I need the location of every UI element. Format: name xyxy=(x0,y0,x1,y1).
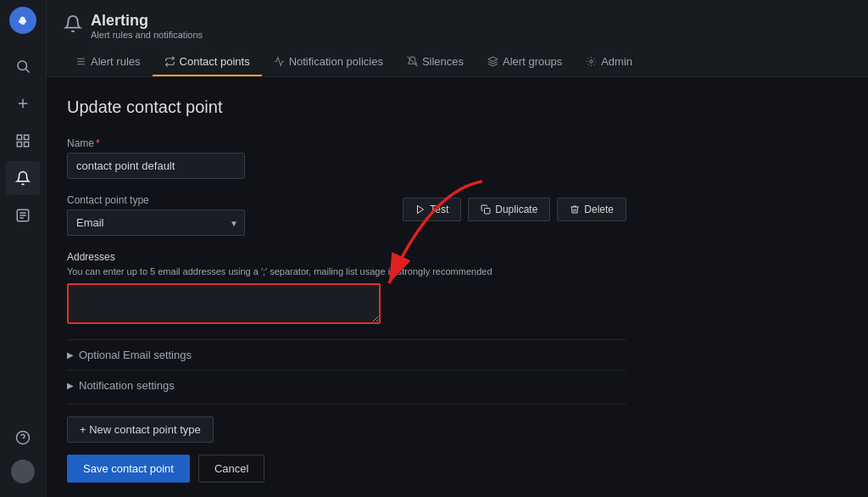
chevron-right-icon-2: ▶ xyxy=(67,381,74,390)
contact-type-group: Contact point type Email PagerDuty Slack… xyxy=(67,194,403,236)
save-contact-point-button[interactable]: Save contact point xyxy=(67,455,190,483)
duplicate-button[interactable]: Duplicate xyxy=(468,198,550,221)
test-button[interactable]: Test xyxy=(403,198,461,221)
tab-contact-points[interactable]: Contact points xyxy=(153,48,262,76)
svg-point-1 xyxy=(18,61,27,70)
svg-rect-5 xyxy=(17,135,21,139)
addresses-label: Addresses xyxy=(67,251,626,263)
contact-type-select[interactable]: Email PagerDuty Slack OpsGenie VictorOps… xyxy=(67,209,245,236)
optional-email-settings-toggle[interactable]: ▶ Optional Email settings xyxy=(67,339,626,370)
tab-admin[interactable]: Admin xyxy=(574,48,644,76)
svg-line-2 xyxy=(25,69,29,72)
page-content: Update contact point Name * Contact poin… xyxy=(47,77,868,497)
footer-buttons: Save contact point Cancel xyxy=(67,455,626,483)
delete-button[interactable]: Delete xyxy=(557,198,626,221)
sidebar-item-reports[interactable] xyxy=(6,198,40,232)
addresses-textarea[interactable] xyxy=(67,283,381,324)
name-input[interactable] xyxy=(67,153,245,179)
svg-marker-21 xyxy=(418,206,424,214)
tab-silences[interactable]: Silences xyxy=(395,48,476,76)
svg-line-18 xyxy=(407,57,417,67)
contact-type-label: Contact point type xyxy=(67,194,403,206)
app-logo[interactable] xyxy=(9,7,36,34)
header-title: Alerting xyxy=(91,12,203,30)
alerting-header-icon xyxy=(64,14,82,37)
sidebar xyxy=(0,0,47,497)
sidebar-item-search[interactable] xyxy=(6,49,40,83)
user-avatar[interactable] xyxy=(11,460,35,483)
svg-rect-8 xyxy=(25,142,29,147)
chevron-right-icon: ▶ xyxy=(67,350,74,360)
copy-icon xyxy=(481,204,491,215)
addresses-group: Addresses You can enter up to 5 email ad… xyxy=(67,251,626,324)
nav-tabs: Alert rules Contact points Notification … xyxy=(64,48,851,76)
name-group: Name * xyxy=(67,137,626,179)
svg-rect-22 xyxy=(485,209,491,215)
svg-rect-6 xyxy=(25,135,29,139)
svg-rect-7 xyxy=(17,142,21,147)
tab-alert-groups[interactable]: Alert groups xyxy=(476,48,574,76)
form-section: Name * Contact point type Email PagerDut… xyxy=(67,137,626,483)
addresses-hint: You can enter up to 5 email addresses us… xyxy=(67,265,626,278)
tab-notification-policies[interactable]: Notification policies xyxy=(262,48,395,76)
header-subtitle: Alert rules and notifications xyxy=(91,30,203,40)
new-contact-point-button[interactable]: + New contact point type xyxy=(67,416,214,443)
sidebar-item-add[interactable] xyxy=(6,87,40,120)
play-icon xyxy=(415,204,426,215)
svg-marker-19 xyxy=(488,57,498,61)
trash-icon xyxy=(570,204,580,215)
contact-type-select-wrapper: Email PagerDuty Slack OpsGenie VictorOps… xyxy=(67,209,245,236)
page-title: Update contact point xyxy=(67,98,848,117)
sidebar-item-alerting[interactable] xyxy=(6,161,40,195)
main-area: Alerting Alert rules and notifications A… xyxy=(47,0,868,497)
svg-point-20 xyxy=(590,60,593,63)
page-header: Alerting Alert rules and notifications A… xyxy=(47,0,868,77)
sidebar-item-dashboards[interactable] xyxy=(6,124,40,158)
name-label: Name * xyxy=(67,137,626,149)
notification-settings-toggle[interactable]: ▶ Notification settings xyxy=(67,370,626,400)
tab-alert-rules[interactable]: Alert rules xyxy=(64,48,153,76)
action-buttons: Test Duplicate xyxy=(403,198,626,221)
divider xyxy=(67,404,626,405)
sidebar-item-help[interactable] xyxy=(6,421,40,455)
contact-type-row: Contact point type Email PagerDuty Slack… xyxy=(67,194,626,251)
cancel-button[interactable]: Cancel xyxy=(198,455,264,483)
grafana-icon xyxy=(15,13,31,28)
